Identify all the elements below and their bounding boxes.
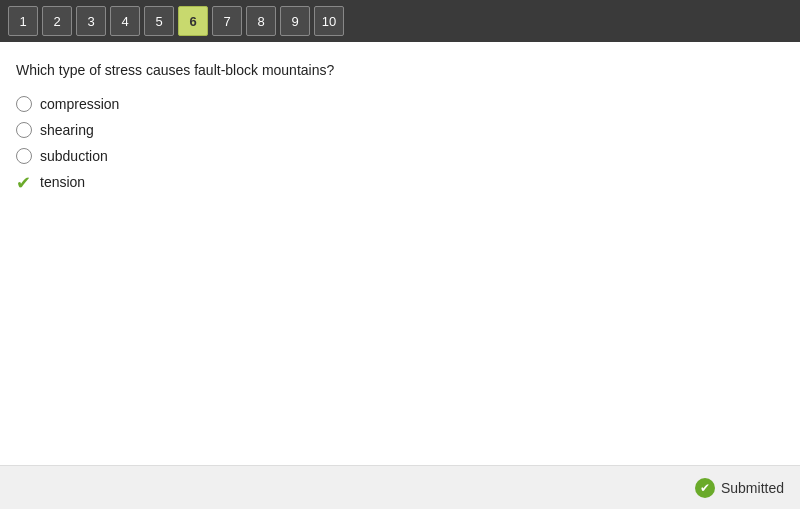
nav-bar: 1 2 3 4 5 6 7 8 9 10 (0, 0, 800, 42)
option-label-tension: tension (40, 174, 85, 190)
nav-btn-8[interactable]: 8 (246, 6, 276, 36)
radio-compression[interactable] (16, 96, 32, 112)
option-label-shearing: shearing (40, 122, 94, 138)
nav-btn-10[interactable]: 10 (314, 6, 344, 36)
option-label-subduction: subduction (40, 148, 108, 164)
options-list: compression shearing subduction ✔ tensio… (16, 96, 784, 190)
nav-btn-3[interactable]: 3 (76, 6, 106, 36)
submitted-text: Submitted (721, 480, 784, 496)
footer: ✔ Submitted (0, 465, 800, 509)
submitted-icon: ✔ (695, 478, 715, 498)
option-label-compression: compression (40, 96, 119, 112)
nav-btn-4[interactable]: 4 (110, 6, 140, 36)
option-shearing[interactable]: shearing (16, 122, 784, 138)
option-tension[interactable]: ✔ tension (16, 174, 784, 190)
nav-btn-7[interactable]: 7 (212, 6, 242, 36)
option-subduction[interactable]: subduction (16, 148, 784, 164)
nav-btn-1[interactable]: 1 (8, 6, 38, 36)
main-content: Which type of stress causes fault-block … (0, 42, 800, 465)
nav-btn-9[interactable]: 9 (280, 6, 310, 36)
nav-btn-2[interactable]: 2 (42, 6, 72, 36)
radio-subduction[interactable] (16, 148, 32, 164)
question-text: Which type of stress causes fault-block … (16, 62, 784, 78)
option-compression[interactable]: compression (16, 96, 784, 112)
radio-shearing[interactable] (16, 122, 32, 138)
checkmark-icon: ✔ (16, 174, 32, 190)
nav-btn-6[interactable]: 6 (178, 6, 208, 36)
nav-btn-5[interactable]: 5 (144, 6, 174, 36)
